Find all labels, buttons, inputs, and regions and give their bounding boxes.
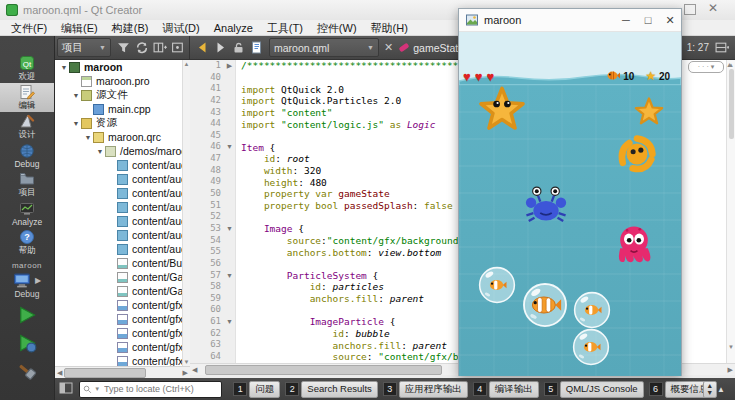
symbol-combo[interactable]: gameState	[413, 42, 464, 54]
menu-item-3[interactable]: 调试(D)	[155, 20, 206, 36]
scroll-left-icon[interactable]: ◀	[57, 369, 62, 377]
tree-row-content-auc[interactable]: content/auc	[55, 214, 189, 228]
output-tab-2[interactable]: Search Results	[301, 381, 377, 398]
tree-row-content-auc[interactable]: content/auc	[55, 242, 189, 256]
tree-row-content-gfx[interactable]: content/gfx	[55, 354, 189, 366]
mode-edit[interactable]: 编辑	[0, 83, 54, 112]
expander-icon[interactable]: ▼	[71, 92, 81, 99]
tree-row-content-Gam[interactable]: content/Gam	[55, 284, 189, 298]
scrollbar-thumb[interactable]	[205, 365, 442, 375]
project-tree-vertical-scrollbar[interactable]: ▲▼	[182, 60, 190, 366]
tree-row-content-auc[interactable]: content/auc	[55, 158, 189, 172]
menu-item-0[interactable]: 文件(F)	[4, 20, 54, 36]
game-canvas[interactable]: ♥♥♥ 10 ★ 20	[459, 32, 681, 376]
locator-input[interactable]	[102, 383, 218, 395]
fold-marker-icon[interactable]: ▼	[224, 141, 236, 153]
scrollbar-thumb[interactable]	[64, 368, 146, 378]
tree-row-content-gfx[interactable]: content/gfx	[55, 298, 189, 312]
project-tree-horizontal-scrollbar[interactable]: ◀▶	[55, 366, 190, 378]
cursor-position: 1: 27	[687, 42, 709, 53]
menu-item-6[interactable]: 控件(W)	[310, 20, 364, 36]
window-close-button[interactable]: ✕	[704, 1, 722, 16]
scrollbar-thumb[interactable]	[729, 69, 734, 139]
editor-overview-combo[interactable]: · · · ▾	[688, 61, 724, 73]
scroll-left-icon[interactable]: ◀	[192, 366, 197, 374]
fold-marker-icon[interactable]: ▶	[224, 60, 236, 72]
output-tab-5[interactable]: QML/JS Console	[560, 381, 644, 398]
mode-welcome[interactable]: Qt欢迎	[0, 54, 54, 83]
tree-row-content-Bui[interactable]: content/Bui	[55, 256, 189, 270]
scroll-down-icon[interactable]: ▼	[727, 344, 735, 350]
fold-marker-icon[interactable]: ▼	[224, 316, 236, 328]
tree-row--demos-maroo[interactable]: ▼/demos/maroo	[55, 144, 189, 158]
close-document-icon[interactable]: ✕	[384, 41, 393, 54]
expander-icon[interactable]: ▼	[95, 148, 105, 155]
tree-label: maroon	[84, 61, 123, 73]
fold-marker-icon[interactable]: ▼	[224, 223, 236, 235]
filter-icon[interactable]	[117, 41, 131, 54]
output-tab-1[interactable]: 问题	[249, 381, 280, 398]
expander-icon[interactable]: ▼	[59, 64, 69, 71]
open-file-combo[interactable]: maroon.qml ▼	[269, 38, 379, 57]
sidebar-toggle-icon[interactable]	[59, 382, 73, 396]
scroll-right-icon[interactable]: ▶	[728, 366, 733, 374]
game-window-titlebar[interactable]: maroon ─ □ ✕	[459, 9, 681, 32]
mode-projects[interactable]: 项目	[0, 170, 54, 199]
game-minimize-button[interactable]: ─	[615, 14, 637, 26]
pane-selector-combo[interactable]: 项目 ▼	[57, 38, 111, 57]
tree-row--[interactable]: ▼资源	[55, 116, 189, 130]
scroll-right-icon[interactable]: ▶	[183, 369, 188, 377]
menu-item-5[interactable]: 工具(T)	[260, 20, 310, 36]
tree-row-content-gfx[interactable]: content/gfx	[55, 340, 189, 354]
output-pane-arrows-button[interactable]: ▲▼	[703, 381, 718, 398]
tree-row-content-auc[interactable]: content/auc	[55, 228, 189, 242]
menu-item-1[interactable]: 编辑(E)	[54, 20, 105, 36]
tree-label: maroon.pro	[96, 75, 150, 87]
mode-design[interactable]: 设计	[0, 112, 54, 141]
output-pane-toggle-icon[interactable]: ▲	[717, 385, 731, 394]
mode-help[interactable]: ?帮助	[0, 228, 54, 257]
build-button[interactable]	[17, 361, 37, 383]
window-restore-button[interactable]	[684, 4, 696, 15]
expander-icon[interactable]: ▼	[71, 120, 81, 127]
project-tree[interactable]: ▼maroonmaroon.pro▼源文件main.cpp▼资源▼maroon.…	[55, 60, 190, 366]
tree-row-maroon-pro[interactable]: maroon.pro	[55, 74, 189, 88]
split-pane-icon[interactable]	[153, 41, 167, 54]
debug-run-button[interactable]	[17, 333, 37, 355]
expander-icon[interactable]: ▼	[83, 134, 93, 141]
gfx-icon	[117, 328, 128, 339]
tree-row-content-auc[interactable]: content/auc	[55, 172, 189, 186]
locator[interactable]: ▼	[79, 381, 222, 398]
menu-item-7[interactable]: 帮助(H)	[364, 20, 415, 36]
tree-row-content-gfx[interactable]: content/gfx	[55, 312, 189, 326]
tree-row-maroon-qrc[interactable]: ▼maroon.qrc	[55, 130, 189, 144]
tree-row-content-Gam[interactable]: content/Gam	[55, 270, 189, 284]
editor-vertical-scrollbar[interactable]: ▲▼	[726, 60, 735, 363]
tree-row--[interactable]: ▼源文件	[55, 88, 189, 102]
output-tab-4[interactable]: 编译输出	[489, 381, 539, 398]
line-number: 63	[190, 339, 224, 351]
fold-marker-icon[interactable]: ▼	[224, 270, 236, 282]
scroll-down-icon[interactable]: ▼	[183, 359, 190, 365]
game-maximize-button[interactable]: □	[637, 14, 659, 26]
menu-item-2[interactable]: 构建(B)	[105, 20, 156, 36]
forward-icon[interactable]	[214, 41, 228, 54]
mode-debug[interactable]: Debug	[0, 141, 54, 170]
tree-row-content-auc[interactable]: content/auc	[55, 186, 189, 200]
game-close-button[interactable]: ✕	[659, 14, 681, 27]
scroll-up-icon[interactable]: ▲	[726, 61, 733, 68]
sync-with-editor-icon[interactable]	[135, 41, 149, 54]
tree-row-main-cpp[interactable]: main.cpp	[55, 102, 189, 116]
tree-row-content-auc[interactable]: content/auc	[55, 200, 189, 214]
split-editor-icon[interactable]	[715, 41, 729, 54]
kit-selector-button[interactable]: ▶	[13, 272, 41, 289]
output-tab-3[interactable]: 应用程序输出	[399, 381, 468, 398]
back-icon[interactable]	[196, 41, 210, 54]
scroll-up-icon[interactable]: ▲	[183, 61, 190, 67]
mode-analyze[interactable]: Analyze	[0, 199, 54, 228]
tree-row-maroon[interactable]: ▼maroon	[55, 60, 189, 74]
tree-row-content-gfx[interactable]: content/gfx	[55, 326, 189, 340]
close-pane-icon[interactable]	[171, 41, 185, 54]
menu-item-4[interactable]: Analyze	[207, 20, 260, 36]
run-button[interactable]	[17, 305, 37, 327]
